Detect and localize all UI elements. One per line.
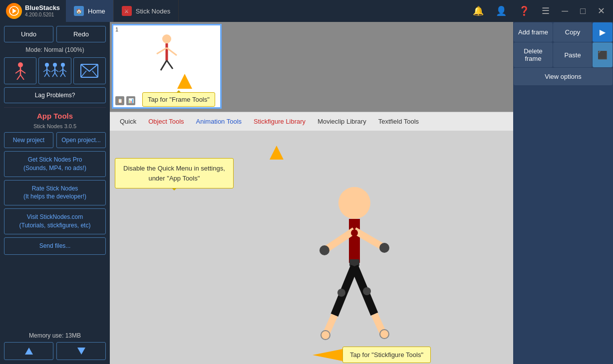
paste-button[interactable]: Paste <box>553 42 592 67</box>
minimize-button[interactable]: ─ <box>560 4 570 18</box>
bluestacks-icon <box>6 3 22 19</box>
svg-line-16 <box>51 69 55 72</box>
svg-line-18 <box>52 73 55 77</box>
tab-textfield-tools[interactable]: Textfield Tools <box>372 115 425 128</box>
tab-object-tools[interactable]: Object Tools <box>142 115 190 128</box>
new-open-row: New project Open project... <box>4 132 106 148</box>
stop-button[interactable]: ⬛ <box>593 42 613 67</box>
open-project-button[interactable]: Open project... <box>56 132 106 148</box>
bluestacks-logo: BlueStacks 4.200.0.5201 <box>0 0 66 22</box>
frame-icon-2: 📊 <box>126 96 135 105</box>
animation-tools-arrow <box>270 146 284 166</box>
left-arrow-icon <box>312 349 342 361</box>
frame-icons: 📋 📊 <box>115 96 135 105</box>
svg-marker-38 <box>270 146 284 160</box>
svg-line-13 <box>47 73 49 77</box>
undo-redo-row: Undo Redo <box>4 26 106 42</box>
frame-icon-1: 📋 <box>115 96 124 105</box>
svg-line-34 <box>167 48 177 55</box>
main-layout: Undo Redo Mode: Normal (100%) <box>0 22 613 364</box>
svg-line-33 <box>157 48 167 54</box>
send-files-button[interactable]: Send files... <box>4 237 106 255</box>
delete-paste-row: Delete frame Paste ⬛ <box>514 42 613 67</box>
stickfigure-tooltip-container: Tap for "Stickfigure Tools" <box>312 347 431 363</box>
svg-point-53 <box>380 330 389 339</box>
window-controls: 🔔 👤 ❓ ☰ ─ □ ✕ <box>471 3 613 18</box>
memory-usage: Memory use: 13MB <box>4 332 106 339</box>
app-tools-tooltip: Disable the Quick Menu in settings, unde… <box>115 158 234 188</box>
rate-button[interactable]: Rate Stick Nodes (It helps the developer… <box>4 180 106 206</box>
main-stickfigure <box>300 185 409 345</box>
center-panel: 1 📋 📊 <box>110 22 513 364</box>
stickfigure-tools-tooltip: Tap for "Stickfigure Tools" <box>342 347 431 363</box>
get-pro-button[interactable]: Get Stick Nodes Pro (Sounds, MP4, no ads… <box>4 151 106 177</box>
svg-line-7 <box>20 75 24 80</box>
copy-button[interactable]: Copy <box>553 22 592 42</box>
svg-marker-29 <box>25 348 33 355</box>
help-icon[interactable]: ❓ <box>517 3 532 18</box>
svg-point-56 <box>351 229 358 236</box>
close-button[interactable]: ✕ <box>596 3 607 18</box>
envelope-icon[interactable] <box>73 57 106 84</box>
maximize-button[interactable]: □ <box>578 4 588 18</box>
add-frame-button[interactable]: Add frame <box>514 22 553 42</box>
account-icon[interactable]: 👤 <box>494 3 509 18</box>
svg-line-27 <box>81 71 86 77</box>
app-name: BlueStacks <box>25 4 60 12</box>
tab-animation-tools[interactable]: Animation Tools <box>190 115 248 128</box>
svg-line-35 <box>161 60 167 70</box>
scroll-down-button[interactable] <box>56 342 106 360</box>
svg-line-23 <box>63 69 66 72</box>
tab-movieclip-library[interactable]: Movieclip Library <box>311 115 372 128</box>
svg-point-49 <box>363 287 371 295</box>
undo-button[interactable]: Undo <box>4 26 53 42</box>
svg-point-8 <box>45 63 49 67</box>
svg-line-24 <box>60 73 63 77</box>
svg-line-5 <box>20 70 25 73</box>
svg-marker-37 <box>177 74 192 89</box>
svg-line-19 <box>55 73 57 77</box>
lag-problems-button[interactable]: Lag Problems? <box>4 87 106 103</box>
tab-quick[interactable]: Quick <box>114 115 142 128</box>
svg-point-20 <box>61 63 65 67</box>
tool-icon-row <box>4 57 106 84</box>
add-copy-row: Add frame Copy ▶ <box>514 22 613 42</box>
scroll-buttons <box>4 342 106 360</box>
view-options-button[interactable]: View options <box>514 68 613 85</box>
svg-point-48 <box>337 289 345 297</box>
tab-stickfigure-library[interactable]: Stickfigure Library <box>248 115 311 128</box>
svg-line-10 <box>43 69 47 72</box>
svg-point-14 <box>53 63 57 67</box>
home-tab[interactable]: 🏠 Home <box>66 0 114 22</box>
svg-marker-57 <box>312 349 342 361</box>
svg-point-52 <box>321 331 330 340</box>
multi-figure-icon[interactable] <box>38 57 71 84</box>
svg-point-39 <box>338 187 370 219</box>
svg-line-6 <box>17 75 20 80</box>
app-tools-title: App Tools <box>4 112 106 120</box>
svg-line-28 <box>92 71 98 77</box>
app-version: 4.200.0.5201 <box>25 12 60 18</box>
svg-marker-30 <box>77 348 85 355</box>
redo-button[interactable]: Redo <box>56 26 106 42</box>
svg-line-12 <box>44 73 47 77</box>
frame-number: 1 <box>115 26 118 32</box>
single-figure-icon[interactable] <box>4 57 36 84</box>
game-tab[interactable]: ⚔ Stick Nodes <box>114 0 179 22</box>
sidebar: Undo Redo Mode: Normal (100%) <box>0 22 110 364</box>
svg-line-25 <box>63 73 65 77</box>
scroll-up-button[interactable] <box>4 342 53 360</box>
tab-bar: Quick Object Tools Animation Tools Stick… <box>110 112 513 131</box>
svg-point-2 <box>18 62 23 67</box>
new-project-button[interactable]: New project <box>4 132 53 148</box>
notification-icon[interactable]: 🔔 <box>471 3 486 18</box>
frame-tools-tooltip: Tap for "Frame Tools" <box>142 92 215 107</box>
mode-indicator: Mode: Normal (100%) <box>4 45 106 54</box>
right-panel: Add frame Copy ▶ Delete frame Paste ⬛ Vi… <box>513 22 613 364</box>
menu-icon[interactable]: ☰ <box>540 3 552 18</box>
svg-line-17 <box>55 69 58 72</box>
visit-button[interactable]: Visit StickNodes.com (Tutorials, stickfi… <box>4 208 106 234</box>
delete-frame-button[interactable]: Delete frame <box>514 42 553 67</box>
play-button[interactable]: ▶ <box>593 22 613 42</box>
canvas-area[interactable]: Disable the Quick Menu in settings, unde… <box>110 131 513 364</box>
